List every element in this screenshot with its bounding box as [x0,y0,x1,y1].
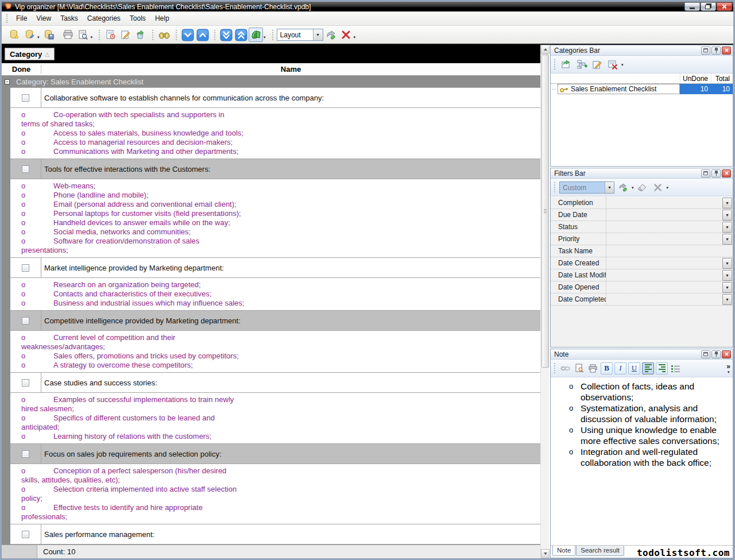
task-row[interactable]: Market intelligence provided by Marketin… [10,257,540,278]
align-left-button[interactable] [642,362,654,374]
task-checkbox[interactable] [22,165,29,173]
note-tab[interactable]: Note [552,546,575,556]
collapse-group-icon[interactable]: − [5,79,10,84]
task-row[interactable]: Tools for effective interactions with th… [10,159,540,179]
print-preview-button[interactable] [76,28,90,42]
filter-preset-combobox[interactable]: Custom ▼ [559,181,614,194]
filter-value-field[interactable] [606,221,722,233]
filter-value-field[interactable] [606,257,722,269]
filter-value-field[interactable] [606,197,722,208]
toolbar-overflow-icon[interactable]: ▾ [354,35,356,39]
delete-task-button[interactable] [133,28,148,42]
list-scrollbar[interactable] [540,45,549,558]
notes-view-button[interactable] [249,28,263,42]
task-checkbox[interactable] [22,94,29,102]
apply-layout-button[interactable] [324,28,338,42]
filter-dropdown-button[interactable]: ▼ [722,258,732,269]
category-row[interactable]: ⋯ Sales Enablement Checklist 10 10 [551,84,733,94]
save-filter-menu-icon[interactable]: ▾ [632,186,634,190]
task-row[interactable]: Competitive intelligence provided by Mar… [10,310,540,331]
column-header-undone[interactable]: UnDone [680,74,711,83]
minimize-button[interactable] [684,2,700,11]
filter-value-field[interactable] [606,269,722,281]
new-database-button[interactable] [7,28,22,42]
add-category-button[interactable] [559,57,573,71]
move-task-down-button[interactable] [180,28,195,42]
restore-button[interactable] [701,2,716,11]
panel-restore-button[interactable] [701,350,710,358]
menu-item[interactable]: Tasks [56,13,82,24]
task-row[interactable]: Focus on sales job requirements and sele… [10,443,540,464]
edit-task-button[interactable] [118,28,133,42]
move-task-up-button[interactable] [195,28,210,42]
menu-item[interactable]: Tools [126,13,150,24]
panel-close-button[interactable] [722,169,731,177]
scroll-down-button[interactable] [541,549,550,558]
task-checkbox[interactable] [22,531,29,538]
category-name-cell[interactable]: Sales Enablement Checklist [558,84,680,94]
filter-dropdown-button[interactable]: ▼ [722,234,732,245]
filter-dropdown-button[interactable]: ▼ [722,222,732,233]
panel-pin-button[interactable] [711,47,721,55]
menu-item[interactable]: View [32,13,55,24]
filter-dropdown-button[interactable]: ▼ [722,270,732,281]
close-button[interactable] [717,2,732,11]
delete-layout-button[interactable] [339,28,353,42]
layout-combobox[interactable]: Layout ▼ [277,29,323,41]
filters-toolbar-overflow-icon[interactable]: ▾ [667,186,669,190]
panel-pin-button[interactable] [711,350,721,358]
note-tab[interactable]: Search result [576,546,624,556]
note-print-preview-button[interactable] [573,362,585,374]
add-subcategory-button[interactable] [575,57,589,71]
underline-button[interactable]: U [628,362,640,374]
print-button[interactable] [61,28,75,42]
column-header-done[interactable]: Done [2,65,41,74]
menu-item[interactable]: Categories [83,13,125,24]
filter-dropdown-button[interactable]: ▼ [722,210,732,221]
category-group-row[interactable]: − Category: Sales Enablement Checklist [2,76,540,87]
column-header-name[interactable]: Name [41,65,540,74]
save-filter-button[interactable] [616,180,630,194]
filter-preset-dropdown[interactable]: ▼ [605,182,614,193]
panel-restore-button[interactable] [701,169,710,177]
panel-restore-button[interactable] [701,47,710,55]
bullet-list-button[interactable] [670,362,682,374]
layout-combobox-dropdown[interactable]: ▼ [313,29,323,40]
panel-close-button[interactable] [722,350,731,358]
edit-category-button[interactable] [590,57,604,71]
scroll-up-button[interactable] [541,45,550,54]
filter-dropdown-button[interactable]: ▼ [722,282,732,293]
task-checkbox[interactable] [22,264,29,272]
filter-value-field[interactable] [606,209,722,221]
note-editor[interactable]: o Collection of facts, ideas and observa… [551,378,733,545]
task-row[interactable]: Case studies and success stories: [10,372,540,393]
filter-value-field[interactable] [606,245,733,257]
move-task-to-bottom-button[interactable] [219,28,233,42]
filter-value-field[interactable] [606,293,722,305]
print-preview-menu-icon[interactable]: ▾ [91,35,93,39]
panel-close-button[interactable] [722,47,731,55]
open-database-menu-icon[interactable]: ▾ [37,35,40,39]
delete-category-button[interactable] [606,57,620,71]
find-button[interactable] [157,28,171,42]
clear-filter-button[interactable] [636,180,649,194]
move-task-to-top-button[interactable] [234,28,248,42]
delete-filter-button[interactable] [651,180,665,194]
task-checkbox[interactable] [22,379,29,387]
scrollbar-thumb[interactable] [541,55,549,368]
task-checkbox[interactable] [22,450,29,458]
menu-item[interactable]: File [12,13,31,24]
note-print-button[interactable] [587,362,599,374]
task-checkbox[interactable] [22,317,29,325]
column-header-total[interactable]: Total [711,74,733,83]
categories-toolbar-overflow-icon[interactable]: ▾ [621,63,624,67]
bold-button[interactable]: B [601,362,613,374]
filter-value-field[interactable] [606,233,722,245]
new-task-button[interactable] [103,28,118,42]
open-database-button[interactable] [22,28,37,42]
menu-item[interactable]: Help [151,13,173,24]
save-database-button[interactable] [42,28,56,42]
filter-value-field[interactable] [606,281,722,293]
note-toolbar-overflow[interactable]: » ▾ [726,363,730,374]
category-sort-button[interactable]: Category △ [5,48,55,60]
